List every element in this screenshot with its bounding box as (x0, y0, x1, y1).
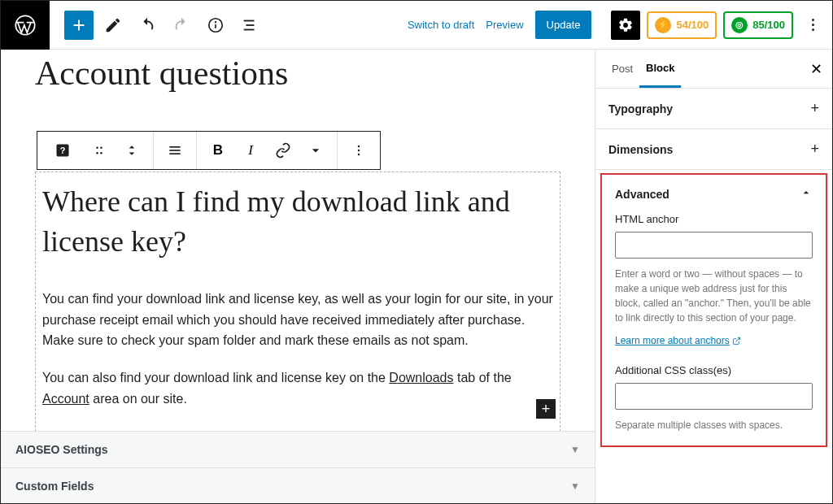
move-arrows-button[interactable] (116, 132, 148, 169)
settings-sidebar: Post Block ✕ Typography + Dimensions + A… (595, 50, 832, 504)
seo-score-badge-1[interactable]: ⚡ 54/100 (647, 11, 717, 39)
add-block-inline-button[interactable]: + (536, 399, 556, 419)
chevron-down-icon: ▼ (570, 480, 580, 492)
sidebar-tabs: Post Block ✕ (595, 50, 832, 89)
learn-more-anchors-link[interactable]: Learn more about anchors (615, 335, 741, 346)
account-link[interactable]: Account (42, 392, 89, 406)
svg-rect-15 (169, 153, 180, 154)
switch-to-draft-button[interactable]: Switch to draft (408, 19, 474, 31)
paragraph-1[interactable]: You can find your download link and lice… (42, 289, 553, 351)
aioseo-panel-toggle[interactable]: AIOSEO Settings ▼ (1, 431, 595, 467)
advanced-body: HTML anchor Enter a word or two — withou… (602, 213, 826, 445)
update-button[interactable]: Update (535, 11, 592, 39)
body-content: You can find your download link and lice… (42, 289, 553, 409)
chevron-up-icon (800, 186, 813, 202)
meta-panels: AIOSEO Settings ▼ Custom Fields ▼ (1, 431, 595, 504)
html-anchor-help: Enter a word or two — without spaces — t… (615, 267, 813, 325)
aioseo-panel-label: AIOSEO Settings (15, 443, 108, 456)
top-right-controls: ⚡ 54/100 ◎ 85/100 (604, 11, 832, 40)
more-format-button[interactable] (299, 132, 332, 169)
add-block-button[interactable] (64, 11, 94, 40)
svg-point-3 (216, 21, 216, 22)
block-type-button[interactable]: ? (42, 132, 83, 169)
top-left-controls (50, 11, 279, 40)
svg-point-11 (96, 152, 98, 154)
css-classes-help: Separate multiple classes with spaces. (615, 418, 813, 432)
align-button[interactable] (159, 132, 191, 169)
block-toolbar: ? B I (37, 131, 381, 170)
seo-score-2-value: 85/100 (752, 19, 785, 31)
seo-score-badge-2[interactable]: ◎ 85/100 (723, 11, 793, 39)
link-button[interactable] (267, 132, 299, 169)
custom-fields-panel-toggle[interactable]: Custom Fields ▼ (1, 467, 595, 504)
block-options-button[interactable] (342, 132, 375, 169)
drag-handle-icon[interactable] (83, 132, 116, 169)
css-classes-label: Additional CSS class(es) (615, 364, 813, 376)
typography-section: Typography + (595, 89, 832, 129)
svg-rect-6 (244, 28, 255, 30)
selected-block[interactable]: Where can I find my download link and li… (35, 172, 560, 448)
svg-rect-14 (169, 150, 180, 151)
svg-point-9 (96, 146, 98, 149)
target-icon: ◎ (731, 17, 748, 33)
svg-point-12 (100, 152, 102, 154)
wordpress-logo[interactable] (1, 1, 50, 50)
bolt-icon: ⚡ (655, 17, 671, 33)
css-classes-input[interactable] (615, 383, 813, 410)
plus-icon: + (810, 141, 819, 158)
heading-text[interactable]: Where can I find my download link and li… (42, 182, 553, 261)
svg-point-18 (358, 154, 360, 156)
preview-button[interactable]: Preview (486, 19, 523, 31)
html-anchor-label: HTML anchor (615, 213, 813, 225)
highlighted-advanced-section: Advanced HTML anchor Enter a word or two… (600, 173, 827, 447)
custom-fields-panel-label: Custom Fields (15, 480, 94, 493)
dimensions-section: Dimensions + (595, 129, 832, 170)
html-anchor-input[interactable] (615, 232, 813, 259)
outline-button[interactable] (235, 11, 264, 40)
svg-text:?: ? (60, 146, 66, 155)
italic-button[interactable]: I (234, 132, 267, 169)
close-sidebar-button[interactable]: ✕ (810, 60, 822, 78)
tab-block[interactable]: Block (639, 50, 681, 88)
external-link-icon (732, 337, 741, 345)
editor-canvas: Account questions ? B I (1, 50, 595, 504)
svg-rect-4 (244, 20, 255, 21)
advanced-toggle[interactable]: Advanced (602, 175, 826, 213)
svg-point-10 (100, 146, 102, 149)
top-toolbar: Switch to draft Preview Update ⚡ 54/100 … (1, 1, 832, 50)
typography-toggle[interactable]: Typography + (595, 89, 832, 128)
svg-rect-5 (246, 24, 254, 26)
svg-point-17 (358, 150, 360, 152)
redo-button[interactable] (167, 11, 196, 40)
seo-score-1-value: 54/100 (676, 19, 709, 31)
paragraph-2[interactable]: You can also find your download link and… (42, 367, 553, 409)
info-button[interactable] (201, 11, 230, 40)
advanced-section: Advanced HTML anchor Enter a word or two… (602, 175, 826, 445)
bold-button[interactable]: B (202, 132, 234, 169)
plus-icon: + (810, 100, 819, 117)
dimensions-toggle[interactable]: Dimensions + (595, 129, 832, 169)
tab-post[interactable]: Post (605, 51, 639, 86)
svg-rect-13 (169, 146, 180, 148)
downloads-link[interactable]: Downloads (389, 371, 453, 385)
undo-button[interactable] (133, 11, 162, 40)
page-title[interactable]: Account questions (35, 56, 560, 90)
svg-point-16 (358, 146, 360, 148)
settings-gear-button[interactable] (611, 11, 640, 40)
edit-mode-button[interactable] (98, 11, 128, 40)
chevron-down-icon: ▼ (570, 444, 580, 455)
more-menu-button[interactable] (800, 19, 826, 31)
main-area: Account questions ? B I (1, 50, 832, 504)
top-center-controls: Switch to draft Preview Update (279, 11, 604, 39)
